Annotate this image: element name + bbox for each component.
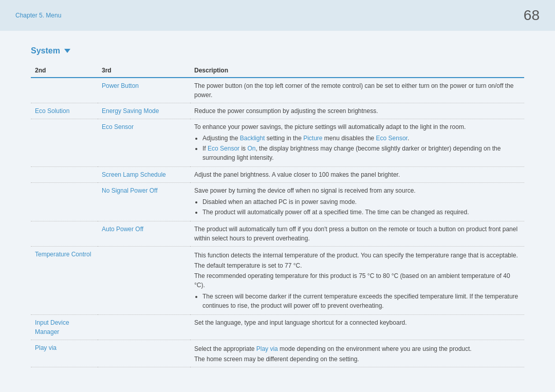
row-desc: The product will automatically turn off … [190,221,524,247]
row-desc: Save power by turning the device off whe… [190,183,524,221]
row-col2 [98,340,190,367]
row-desc: Reduce the power consumption by adjustin… [190,103,524,119]
row-col1: Input Device Manager [31,315,98,340]
row-col2 [98,315,190,340]
row-col1 [31,183,98,221]
col-header-2nd: 2nd [31,64,98,78]
header: Chapter 5. Menu 68 [0,0,555,31]
section-title: System [31,46,524,55]
row-desc: Adjust the panel brightness. A value clo… [190,167,524,183]
row-col1 [31,78,98,103]
row-col2 [98,247,190,315]
table-row: Input Device ManagerSet the language, ty… [31,315,524,340]
table-row: Screen Lamp ScheduleAdjust the panel bri… [31,167,524,183]
row-col2: Screen Lamp Schedule [98,167,190,183]
row-col1 [31,119,98,167]
row-col2: Auto Power Off [98,221,190,247]
row-col1 [31,167,98,183]
table-row: Power ButtonThe power button (on the top… [31,78,524,103]
triangle-icon [64,49,70,53]
row-col2: No Signal Power Off [98,183,190,221]
row-desc: This function detects the internal tempe… [190,247,524,315]
row-col2: Power Button [98,78,190,103]
row-desc: The power button (on the top left corner… [190,78,524,103]
content: System 2nd 3rd Description Power ButtonT… [0,31,555,383]
page-number: 68 [524,7,540,24]
row-col1: Temperature Control [31,247,98,315]
row-col2: Eco Sensor [98,119,190,167]
row-desc: Select the appropriate Play via mode dep… [190,340,524,367]
table-row: Auto Power OffThe product will automatic… [31,221,524,247]
table-row: Play viaSelect the appropriate Play via … [31,340,524,367]
col-header-desc: Description [190,64,524,78]
row-col1: Play via [31,340,98,367]
table-row: Temperature ControlThis function detects… [31,247,524,315]
row-col1: Eco Solution [31,103,98,119]
row-col1 [31,221,98,247]
col-header-3rd: 3rd [98,64,190,78]
page: Chapter 5. Menu 68 System 2nd 3rd Descri… [0,0,555,392]
table-row: Eco SensorTo enhance your power savings,… [31,119,524,167]
row-col2: Energy Saving Mode [98,103,190,119]
table-header-row: 2nd 3rd Description [31,64,524,78]
menu-table: 2nd 3rd Description Power ButtonThe powe… [31,64,524,367]
chapter-label: Chapter 5. Menu [15,12,61,19]
row-desc: Set the language, type and input languag… [190,315,524,340]
row-desc: To enhance your power savings, the pictu… [190,119,524,167]
table-row: No Signal Power OffSave power by turning… [31,183,524,221]
table-row: Eco SolutionEnergy Saving ModeReduce the… [31,103,524,119]
